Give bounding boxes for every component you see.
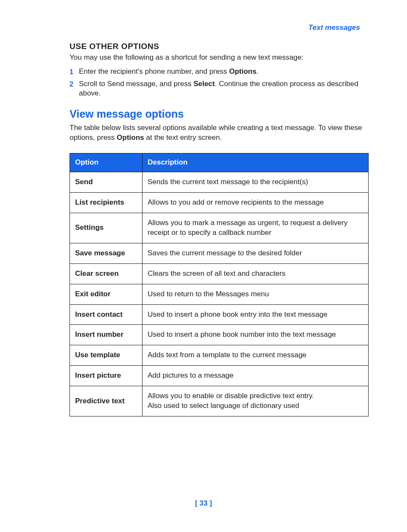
use-other-options-intro: You may use the following as a shortcut … [70, 53, 368, 63]
table-row: Insert number Used to insert a phone boo… [70, 325, 369, 345]
option-cell: Insert number [70, 325, 142, 345]
use-other-options-title: USE OTHER OPTIONS [70, 41, 368, 52]
table-row: Settings Allows you to mark a message as… [70, 213, 369, 243]
content: USE OTHER OPTIONS You may use the follow… [70, 41, 368, 416]
table-header-description: Description [142, 153, 369, 172]
description-cell: Allows you to mark a message as urgent, … [142, 213, 369, 243]
step-text: . [256, 67, 259, 75]
description-cell: Sends the current text message to the re… [142, 172, 369, 192]
header-section-link[interactable]: Text messages [308, 23, 360, 33]
description-cell: Add pictures to a message [142, 366, 369, 386]
list-item: Enter the recipient's phone number, and … [70, 67, 368, 77]
option-cell: Send [70, 172, 142, 192]
table-header-option: Option [70, 153, 142, 172]
table-row: Predictive text Allows you to enable or … [70, 386, 369, 416]
table-row: Clear screen Clears the screen of all te… [70, 263, 369, 284]
description-cell: Used to insert a phone book number into … [142, 325, 369, 345]
option-cell: Clear screen [70, 263, 142, 284]
desc-text: at the text entry screen. [144, 133, 222, 142]
table-row: List recipients Allows to you add or rem… [70, 192, 369, 213]
table-header-row: Option Description [70, 153, 369, 172]
table-row: Send Sends the current text message to t… [70, 172, 369, 192]
description-cell: Allows you to enable or disable predicti… [142, 386, 369, 416]
view-message-options-desc: The table below lists several options av… [70, 123, 368, 143]
option-cell: Insert picture [70, 366, 142, 386]
table-row: Use template Adds text from a template t… [70, 345, 369, 366]
option-cell: Settings [70, 213, 142, 243]
option-cell: Exit editor [70, 284, 142, 304]
option-cell: Save message [70, 243, 142, 263]
step-bold: Options [229, 67, 256, 75]
description-cell: Allows to you add or remove recipients t… [142, 192, 369, 213]
description-cell: Clears the screen of all text and charac… [142, 263, 369, 284]
desc-bold: Options [117, 133, 144, 142]
description-cell: Saves the current message to the desired… [142, 243, 369, 263]
option-cell: Predictive text [70, 386, 142, 416]
option-cell: Use template [70, 345, 142, 366]
table-row: Save message Saves the current message t… [70, 243, 369, 263]
page-number: [ 33 ] [0, 499, 407, 509]
steps-list: Enter the recipient's phone number, and … [70, 67, 368, 99]
table-row: Insert picture Add pictures to a message [70, 366, 369, 386]
table-row: Insert contact Used to insert a phone bo… [70, 304, 369, 325]
description-cell: Used to insert a phone book entry into t… [142, 304, 369, 325]
description-cell: Adds text from a template to the current… [142, 345, 369, 366]
step-bold: Select [193, 80, 215, 88]
description-cell: Used to return to the Messages menu [142, 284, 369, 304]
options-table: Option Description Send Sends the curren… [70, 153, 369, 416]
list-item: Scroll to Send message, and press Select… [70, 79, 368, 99]
view-message-options-title: View message options [70, 107, 368, 121]
step-text: Scroll to Send message, and press [79, 80, 193, 88]
option-cell: List recipients [70, 192, 142, 213]
option-cell: Insert contact [70, 304, 142, 325]
step-text: Enter the recipient's phone number, and … [79, 67, 229, 75]
table-row: Exit editor Used to return to the Messag… [70, 284, 369, 304]
